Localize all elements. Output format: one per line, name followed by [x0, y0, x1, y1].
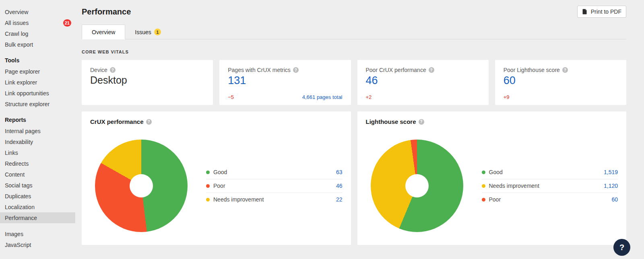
poor-dot-icon — [206, 184, 210, 188]
legend-row-good[interactable]: Good 1,519 — [482, 166, 618, 179]
help-icon[interactable]: ? — [110, 67, 116, 73]
sidebar-item-all-issues[interactable]: All issues 21 — [0, 17, 75, 28]
lighthouse-score-card: Lighthouse score ? Good 1,519 — [357, 111, 627, 245]
help-icon[interactable]: ? — [293, 67, 299, 73]
stat-card-footer: −5 4,661 pages total — [228, 94, 342, 100]
stat-card-title-row: Poor Lighthouse score ? — [504, 67, 618, 73]
legend-value: 63 — [336, 169, 343, 175]
legend-label: Poor — [213, 183, 336, 189]
tab-issues[interactable]: Issues 1 — [125, 25, 170, 39]
app-root: Overview All issues 21 Crawl log Bulk ex… — [0, 0, 644, 259]
legend-value: 46 — [336, 183, 343, 189]
legend-label: Needs improvement — [213, 196, 336, 203]
pdf-file-icon — [582, 9, 588, 14]
good-dot-icon — [482, 171, 485, 174]
chart-legend: Good 63 Poor 46 Needs improvement 22 — [206, 166, 343, 206]
stat-card-grid: Device ? Desktop Pages with CrUX metrics… — [82, 60, 626, 105]
print-to-pdf-button[interactable]: Print to PDF — [577, 6, 626, 18]
tab-overview[interactable]: Overview — [82, 25, 125, 39]
core-web-vitals-label: CORE WEB VITALS — [82, 49, 626, 54]
delta-value: +9 — [504, 94, 510, 100]
sidebar-item-localization[interactable]: Localization — [0, 201, 75, 212]
pages-with-crux-value: 131 — [228, 74, 342, 87]
page-title: Performance — [82, 7, 131, 16]
help-icon[interactable]: ? — [419, 119, 424, 125]
main-header: Performance Print to PDF — [82, 6, 626, 18]
stat-card-title-row: Poor CrUX performance ? — [366, 67, 480, 73]
crux-performance-donut — [95, 140, 188, 232]
help-icon[interactable]: ? — [146, 119, 152, 125]
all-issues-count-badge: 21 — [63, 19, 71, 27]
tab-issues-label: Issues — [135, 29, 151, 35]
sidebar-item-link-explorer[interactable]: Link explorer — [0, 77, 75, 88]
donut-hole — [405, 174, 429, 197]
sidebar-item-page-explorer[interactable]: Page explorer — [0, 66, 75, 77]
legend-row-needs-improvement[interactable]: Needs improvement 22 — [206, 193, 343, 206]
stat-card-title: Poor CrUX performance — [366, 67, 426, 73]
chart-title-row: CrUX performance ? — [90, 118, 343, 125]
sidebar-item-overview[interactable]: Overview — [0, 6, 75, 17]
chart-body: Good 1,519 Needs improvement 1,120 Poor … — [366, 125, 618, 232]
poor-crux-value: 46 — [366, 74, 480, 87]
sidebar-item-redirects[interactable]: Redirects — [0, 158, 75, 169]
help-fab-button[interactable]: ? — [613, 239, 630, 256]
donut-hole — [130, 174, 153, 197]
legend-label: Needs improvement — [489, 183, 604, 189]
stat-card-footer: +2 — [366, 94, 480, 100]
sidebar-item-links[interactable]: Links — [0, 147, 75, 158]
stat-card-title: Pages with CrUX metrics — [228, 67, 291, 73]
sidebar-item-structure-explorer[interactable]: Structure explorer — [0, 99, 75, 109]
chart-legend: Good 1,519 Needs improvement 1,120 Poor … — [482, 166, 618, 206]
sidebar-section-tools: Tools — [0, 55, 75, 66]
help-icon[interactable]: ? — [429, 67, 434, 73]
sidebar-item-indexability[interactable]: Indexability — [0, 136, 75, 147]
legend-value: 60 — [611, 196, 618, 203]
good-dot-icon — [206, 171, 210, 174]
tab-bar: Overview Issues 1 — [82, 25, 626, 39]
sidebar-item-performance[interactable]: Performance — [0, 212, 75, 223]
chart-title: Lighthouse score — [366, 118, 416, 125]
sidebar-item-link-opportunities[interactable]: Link opportunities — [0, 88, 75, 99]
needs-improvement-dot-icon — [482, 184, 485, 188]
legend-value: 1,120 — [604, 183, 618, 189]
legend-label: Good — [489, 169, 604, 175]
legend-row-poor[interactable]: Poor 60 — [482, 193, 618, 206]
legend-row-poor[interactable]: Poor 46 — [206, 179, 343, 193]
stat-card-pages-with-crux: Pages with CrUX metrics ? 131 −5 4,661 p… — [219, 60, 351, 105]
sidebar-item-images[interactable]: Images — [0, 228, 75, 239]
sidebar-item-duplicates[interactable]: Duplicates — [0, 191, 75, 201]
stat-card-footer: +9 — [504, 94, 618, 100]
delta-value: +2 — [366, 94, 372, 100]
chart-title: CrUX performance — [90, 118, 144, 125]
print-to-pdf-label: Print to PDF — [591, 8, 621, 15]
issues-count-badge: 1 — [154, 29, 161, 35]
sidebar-item-bulk-export[interactable]: Bulk export — [0, 39, 75, 50]
chart-title-row: Lighthouse score ? — [366, 118, 618, 125]
legend-label: Good — [213, 169, 336, 175]
stat-card-poor-lighthouse: Poor Lighthouse score ? 60 +9 — [495, 60, 626, 105]
main-content: Performance Print to PDF Overview Issues… — [75, 0, 644, 259]
stat-card-title: Device — [90, 67, 107, 73]
legend-row-needs-improvement[interactable]: Needs improvement 1,120 — [482, 179, 618, 193]
poor-dot-icon — [482, 198, 485, 201]
stat-card-title: Poor Lighthouse score — [504, 67, 560, 73]
sidebar-section-reports: Reports — [0, 115, 75, 125]
stat-card-title-row: Pages with CrUX metrics ? — [228, 67, 342, 73]
needs-improvement-dot-icon — [206, 198, 210, 201]
sidebar-item-social-tags[interactable]: Social tags — [0, 180, 75, 191]
sidebar-item-content[interactable]: Content — [0, 169, 75, 180]
stat-card-poor-crux: Poor CrUX performance ? 46 +2 — [357, 60, 489, 105]
pages-total-link[interactable]: 4,661 pages total — [302, 94, 343, 100]
legend-value: 22 — [336, 196, 343, 203]
sidebar-item-javascript[interactable]: JavaScript — [0, 239, 75, 250]
sidebar-item-internal-pages[interactable]: Internal pages — [0, 125, 75, 136]
sidebar: Overview All issues 21 Crawl log Bulk ex… — [0, 0, 75, 259]
legend-label: Poor — [489, 196, 612, 203]
sidebar-item-label: All issues — [5, 20, 29, 26]
sidebar-item-crawl-log[interactable]: Crawl log — [0, 28, 75, 39]
chart-body: Good 63 Poor 46 Needs improvement 22 — [90, 125, 343, 232]
help-icon[interactable]: ? — [562, 67, 568, 73]
legend-row-good[interactable]: Good 63 — [206, 166, 343, 179]
delta-value: −5 — [228, 94, 234, 100]
stat-card-title-row: Device ? — [90, 67, 204, 73]
